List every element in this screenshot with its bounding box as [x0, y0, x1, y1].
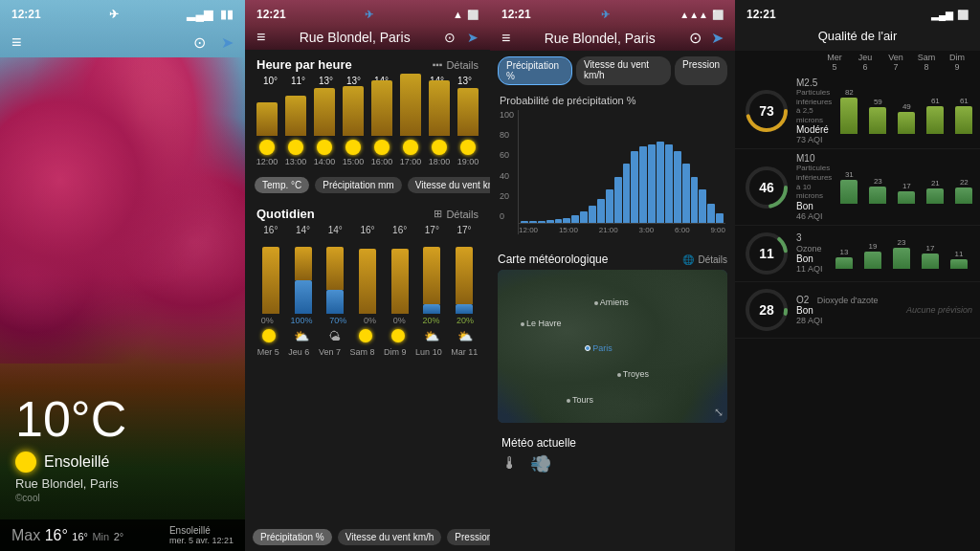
panel3-dir-icon[interactable]: ➤	[711, 29, 724, 47]
chip-precip[interactable]: Précipitation mm	[315, 177, 401, 193]
panel2-status-icons: ▲ ⬜	[453, 9, 479, 20]
aq-desc-m25: Particules inférieures à 2,5 microns	[796, 88, 832, 124]
aq-label-m25: Modéré	[796, 124, 832, 135]
panel2-location-icon: ✈	[365, 9, 373, 21]
day-col-sam: Sam8	[911, 53, 942, 72]
aq-bar-ozone-0: 13	[831, 248, 858, 269]
panel3-status-bar: 12:21 ✈ ▲▲▲ ⬜	[490, 0, 735, 25]
chart-icon: ▪▪▪	[433, 59, 443, 70]
panel2-direction-icon[interactable]: ➤	[467, 30, 479, 45]
pb19	[682, 164, 690, 223]
aq-row-m25: 73 M2.5 Particules inférieures à 2,5 mic…	[735, 74, 980, 149]
map-city-tours: Tours	[567, 395, 593, 405]
hourly-bar-area	[253, 88, 482, 136]
panel3-menu-icon[interactable]: ≡	[501, 30, 510, 47]
pb15	[648, 144, 656, 223]
pb22	[707, 204, 715, 223]
panel3-chip-pressure[interactable]: Pression	[675, 56, 727, 85]
aq-row-m10: 46 M10 Particules inférieures à 10 micro…	[735, 149, 980, 225]
panel4-time: 12:21	[746, 8, 776, 21]
location-nav-icon[interactable]: ➤	[221, 33, 234, 52]
map-land	[498, 270, 727, 423]
map-section: Carte météorologique 🌐 Détails Amiens Le…	[490, 249, 735, 427]
panel2-menu-icon[interactable]: ≡	[256, 29, 265, 46]
hourly-section-header: Heure par heure ▪▪▪ Détails	[245, 50, 490, 76]
hourly-times: 12:0013:0014:0015:00 16:0017:0018:0019:0…	[253, 157, 482, 166]
hourly-chips-row: Temp. °C Précipitation mm Vitesse du ven…	[245, 171, 490, 199]
aq-value-no2: 28	[759, 303, 774, 317]
bottom-chip-wind[interactable]: Vitesse du vent km/h	[338, 529, 442, 545]
daily-max-temps: 16°14°14°16°16°17°17°	[253, 225, 482, 235]
map-detail-btn[interactable]: 🌐 Détails	[682, 254, 727, 265]
nav-bar: ≡ ⊙ ➤	[0, 29, 245, 56]
aq-aqi-ozone: 11 AQI	[796, 264, 827, 274]
aq-info-ozone: 3 Ozone Bon 11 AQI	[796, 232, 827, 274]
daily-bar-5-group	[423, 247, 440, 314]
chip-wind[interactable]: Vitesse du vent km	[408, 177, 490, 193]
battery-icon: ▮▮	[220, 8, 234, 21]
pb3	[546, 220, 554, 223]
aq-bar-m25-4: 61	[950, 97, 977, 134]
aq-bar-ozone-1: 19	[859, 242, 886, 269]
hourly-icon-4	[374, 140, 390, 155]
aq-no-data-no2: Aucune prévision	[906, 305, 972, 315]
daily-detail-btn[interactable]: ⊞ Détails	[434, 208, 479, 220]
panel3-chip-precip[interactable]: Précipitation %	[498, 56, 572, 85]
daily-bar-4	[391, 249, 409, 314]
map-expand-icon[interactable]: ⤡	[714, 406, 724, 419]
hourly-title: Heure par heure	[256, 57, 352, 72]
panel3-chip-wind[interactable]: Vitesse du vent km/h	[576, 56, 671, 85]
location-icon: ✈	[109, 8, 119, 21]
panel4-status-bar: 12:21 ▂▄▆ ⬜	[735, 0, 980, 25]
aq-desc-m10: Particules inférieures à 10 microns	[796, 164, 832, 200]
aq-bar-ozone-3: 17	[917, 244, 944, 269]
search-icon[interactable]: ⊙	[193, 33, 206, 52]
max-temp: 16°	[45, 527, 68, 543]
days-header: Mer5 Jeu6 Ven7 Sam8 Dim9	[735, 51, 980, 74]
daily-icon-6: ⛅	[457, 329, 473, 343]
aq-bar-ozone-2: 23	[888, 238, 915, 269]
aq-bar-m25-2: 49	[893, 102, 920, 134]
hourly-bar-5	[400, 74, 421, 136]
min-temp: 2°	[114, 531, 124, 542]
weather-info: 10°C Ensoleillé Rue Blondel, Paris ©cool	[0, 390, 245, 503]
aq-info-m10: M10 Particules inférieures à 10 microns …	[796, 153, 832, 220]
bottom-chip-pressure[interactable]: Pression	[447, 529, 490, 545]
pb0	[521, 221, 528, 223]
panel4-battery-icon: ⬜	[957, 10, 969, 20]
max-min-temps: Max 16° 16° Min 2°	[11, 527, 123, 544]
pb8	[589, 206, 596, 223]
hourly-icon-5	[403, 140, 418, 155]
aq-bars-ozone: 13 19 23 17 11	[831, 238, 972, 269]
copyright: ©cool	[15, 493, 230, 503]
bottom-chip-precip[interactable]: Précipitation %	[253, 529, 332, 545]
pb5	[563, 218, 570, 223]
precip-title: Probabilité de précipitation %	[500, 95, 725, 106]
map-container[interactable]: Amiens Le Havre Paris Troyes Tours ⤡	[498, 270, 727, 423]
aq-bar-m25-0: 82	[835, 88, 862, 134]
aq-gauge-m10: 46	[743, 164, 791, 211]
panel3-loc-icon: ✈	[601, 9, 610, 21]
hourly-bar-2	[314, 88, 335, 136]
menu-icon[interactable]: ≡	[11, 33, 22, 53]
meteo-icon-wind: 💨	[530, 453, 551, 474]
panel2-header: ≡ Rue Blondel, Paris ⊙ ➤	[245, 25, 490, 50]
hourly-chart: 10° 11° 13° 13° 14° 15° 14° 13°	[245, 76, 490, 171]
panel2-search-icon[interactable]: ⊙	[444, 30, 456, 45]
aq-aqi-m10: 46 AQI	[796, 211, 832, 221]
nav-icons: ⊙ ➤	[193, 33, 234, 52]
panel2-battery-icon: ⬜	[467, 10, 479, 20]
daily-icon-0	[262, 329, 276, 342]
aq-bar-m25-3: 61	[922, 97, 948, 134]
condition-row: Ensoleillé	[15, 452, 230, 473]
aq-bar-m10-0: 31	[835, 170, 862, 204]
map-header: Carte météorologique 🌐 Détails	[498, 253, 727, 266]
hourly-detail-btn[interactable]: ▪▪▪ Détails	[433, 59, 479, 71]
hourly-icon-3	[345, 140, 361, 155]
daily-icon-4	[391, 329, 405, 342]
chip-temp[interactable]: Temp. °C	[255, 177, 309, 193]
aq-type-m10: M10	[796, 153, 832, 164]
panel3-search-icon[interactable]: ⊙	[689, 29, 702, 47]
aq-bar-m10-3: 21	[922, 179, 948, 204]
panel3-signal-icon: ▲▲▲	[679, 10, 708, 20]
